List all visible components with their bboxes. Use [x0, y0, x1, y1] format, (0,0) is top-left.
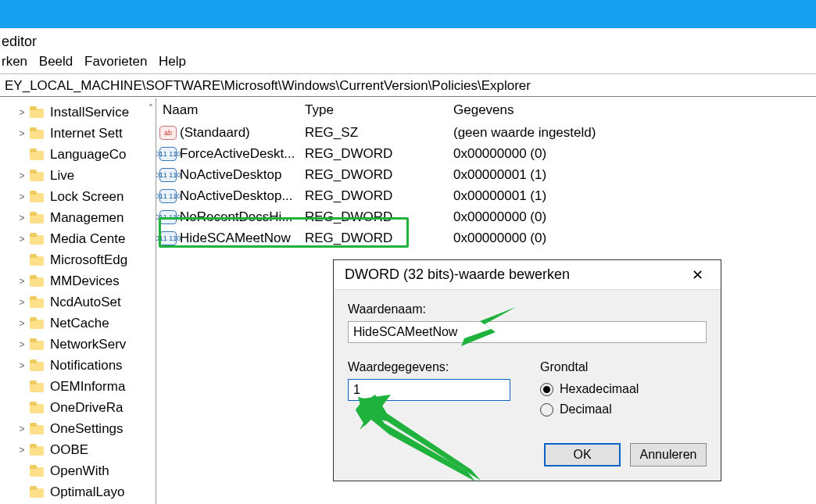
value-data: 0x00000001 (1) [453, 188, 816, 204]
value-name: NoRecentDocsHi... [180, 209, 293, 225]
tree-item-label: Media Cente [50, 231, 125, 247]
close-icon[interactable]: ✕ [682, 266, 713, 284]
tree-item[interactable]: OptimalLayo [0, 481, 156, 502]
tree-item-label: NcdAutoSet [50, 295, 121, 310]
value-name: NoActiveDesktop... [180, 188, 293, 204]
scroll-up-icon[interactable]: ˄ [149, 103, 153, 114]
tree-item[interactable]: OneDriveRa [0, 397, 156, 418]
radio-hex-label: Hexadecimaal [560, 382, 639, 396]
expand-icon[interactable]: > [16, 213, 28, 223]
tree-item[interactable]: OpenWith [0, 460, 156, 481]
dword-value-icon: 011 110 [159, 231, 177, 245]
list-row[interactable]: 011 110ForceActiveDeskt...REG_DWORD0x000… [156, 143, 816, 164]
tree-item[interactable]: >Internet Sett [0, 123, 156, 144]
col-header-name[interactable]: Naam [156, 102, 305, 118]
radio-dec-label: Decimaal [560, 402, 612, 416]
value-type: REG_DWORD [305, 188, 453, 204]
menu-item[interactable]: rken [2, 54, 27, 69]
expand-icon[interactable]: > [16, 191, 28, 202]
expand-icon[interactable]: > [16, 360, 28, 371]
tree-item-label: OneDriveRa [50, 400, 123, 416]
radio-hex[interactable]: Hexadecimaal [540, 379, 639, 399]
col-header-type[interactable]: Type [305, 102, 453, 118]
menu-item[interactable]: Help [159, 54, 186, 69]
tree-item[interactable]: >Notifications [0, 355, 156, 376]
value-data: 0x00000000 (0) [453, 231, 816, 246]
tree-item[interactable]: >MMDevices [0, 270, 156, 291]
folder-icon [30, 254, 45, 266]
radio-icon [540, 403, 553, 416]
address-bar[interactable]: EY_LOCAL_MACHINE\SOFTWARE\Microsoft\Wind… [0, 73, 816, 97]
value-name-label: Waardenaam: [348, 302, 707, 316]
expand-icon[interactable]: > [16, 107, 28, 118]
value-data: 0x00000001 (1) [453, 167, 816, 183]
tree-item[interactable]: >OneSettings [0, 418, 156, 439]
tree-item[interactable]: >Media Cente [0, 228, 156, 249]
tree-item-label: Managemen [50, 210, 124, 226]
value-name-input[interactable] [348, 321, 707, 343]
folder-icon [30, 423, 45, 435]
tree-item[interactable]: OEMInforma [0, 376, 156, 397]
tree-item-label: OneSettings [50, 421, 123, 437]
folder-icon [30, 317, 45, 330]
tree-item[interactable]: >Lock Screen [0, 186, 156, 207]
dialog-title: DWORD (32 bits)-waarde bewerken [345, 266, 570, 283]
expand-icon[interactable]: > [16, 297, 28, 308]
list-header: Naam Type Gegevens [156, 98, 816, 122]
tree-item[interactable]: >OOBE [0, 439, 156, 460]
value-data-label: Waardegegevens: [348, 360, 512, 374]
expand-icon[interactable]: > [16, 234, 28, 245]
folder-icon [30, 212, 45, 224]
expand-icon[interactable]: > [16, 339, 28, 350]
tree-pane[interactable]: ˄ >InstallService>Internet SettLanguageC… [0, 98, 156, 504]
value-type: REG_DWORD [305, 231, 453, 246]
folder-icon [30, 275, 45, 288]
expand-icon[interactable]: > [16, 424, 28, 434]
value-name: NoActiveDesktop [180, 167, 281, 183]
list-row[interactable]: 011 110HideSCAMeetNowREG_DWORD0x00000000… [156, 227, 816, 248]
tree-item[interactable]: >InstallService [0, 102, 156, 123]
tree-item-label: MMDevices [50, 273, 120, 289]
tree-item[interactable]: >NcdAutoSet [0, 291, 156, 313]
tree-item-label: Live [50, 168, 74, 184]
tree-item-label: OptimalLayo [50, 484, 124, 500]
tree-item[interactable]: >NetCache [0, 313, 156, 334]
value-data-input[interactable] [348, 379, 510, 401]
tree-item-label: OOBE [50, 442, 88, 458]
cancel-button[interactable]: Annuleren [630, 443, 707, 466]
expand-icon[interactable]: > [16, 276, 28, 287]
tree-item[interactable]: >Live [0, 165, 156, 186]
tree-item-label: LanguageCo [50, 147, 126, 163]
list-row[interactable]: 011 110NoRecentDocsHi...REG_DWORD0x00000… [156, 206, 816, 227]
menubar: rken Beeld Favorieten Help [0, 50, 816, 73]
tree-item-label: NetworkServ [50, 337, 126, 352]
value-name: ForceActiveDeskt... [180, 146, 295, 162]
value-type: REG_DWORD [305, 167, 453, 183]
folder-icon [30, 191, 45, 203]
tree-item[interactable]: >NetworkServ [0, 334, 156, 355]
tree-item[interactable]: >Managemen [0, 207, 156, 228]
list-row[interactable]: 011 110NoActiveDesktopREG_DWORD0x0000000… [156, 164, 816, 185]
folder-icon [30, 127, 45, 140]
col-header-data[interactable]: Gegevens [453, 102, 816, 118]
list-row[interactable]: ab(Standaard)REG_SZ(geen waarde ingestel… [156, 122, 816, 143]
value-type: REG_SZ [305, 125, 453, 141]
expand-icon[interactable]: > [16, 128, 28, 139]
folder-icon [30, 359, 45, 372]
expand-icon[interactable]: > [16, 445, 28, 456]
tree-item[interactable]: LanguageCo [0, 144, 156, 165]
value-data: (geen waarde ingesteld) [453, 125, 816, 141]
expand-icon[interactable]: > [16, 170, 28, 181]
folder-icon [30, 233, 45, 245]
list-row[interactable]: 011 110NoActiveDesktop...REG_DWORD0x0000… [156, 185, 816, 206]
radio-dec[interactable]: Decimaal [540, 399, 639, 420]
ok-button[interactable]: OK [544, 443, 621, 466]
folder-icon [30, 148, 45, 161]
tree-item[interactable]: MicrosoftEdg [0, 249, 156, 270]
menu-item[interactable]: Favorieten [84, 54, 147, 69]
folder-icon [30, 486, 45, 499]
expand-icon[interactable]: > [16, 318, 28, 329]
menu-item[interactable]: Beeld [39, 54, 73, 69]
tree-item-label: MicrosoftEdg [50, 252, 127, 268]
dword-value-icon: 011 110 [159, 210, 177, 224]
